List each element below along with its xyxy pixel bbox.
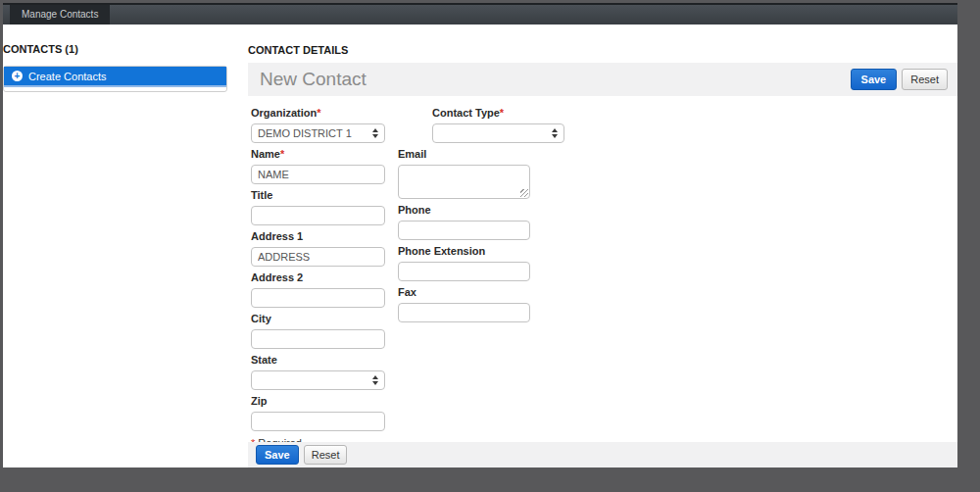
- email-group: Email: [398, 149, 530, 199]
- address-1-group: Address 1: [251, 231, 385, 267]
- sidebar-item-label: Create Contacts: [28, 71, 106, 82]
- address-2-input[interactable]: [251, 288, 385, 308]
- fax-group: Fax: [398, 287, 530, 322]
- name-input[interactable]: [251, 165, 385, 184]
- address-1-input[interactable]: [251, 247, 385, 267]
- sidebar-list: +Create Contacts: [3, 66, 227, 92]
- required-asterisk: *: [500, 107, 504, 119]
- sidebar-heading: CONTACTS (1): [3, 44, 245, 55]
- phone-extension-label: Phone Extension: [398, 246, 530, 257]
- title-group: Title: [251, 190, 385, 225]
- phone-extension-input[interactable]: [398, 262, 530, 281]
- organization-select-wrap: DEMO DISTRICT 1: [251, 123, 385, 143]
- phone-label: Phone: [398, 205, 530, 216]
- required-asterisk: *: [280, 148, 284, 160]
- fax-label: Fax: [398, 287, 530, 298]
- top-navbar: Manage Contacts: [3, 3, 957, 25]
- form-column-right: Contact Type*EmailPhonePhone ExtensionFa…: [398, 108, 530, 328]
- phone-group: Phone: [398, 205, 530, 240]
- save-button[interactable]: Save: [851, 69, 898, 90]
- organization-select[interactable]: DEMO DISTRICT 1: [251, 123, 385, 143]
- contact-type-group: Contact Type*: [432, 108, 564, 143]
- state-label: State: [251, 355, 385, 366]
- form-footer-bar: Save Reset: [248, 442, 957, 467]
- organization-group: Organization*DEMO DISTRICT 1: [251, 108, 385, 143]
- required-asterisk: *: [317, 107, 320, 119]
- contact-details-panel: CONTACT DETAILS New Contact Save Reset O…: [245, 25, 957, 467]
- app-window: Manage Contacts CONTACTS (1) +Create Con…: [3, 3, 957, 467]
- phone-extension-group: Phone Extension: [398, 246, 530, 281]
- state-select-wrap: [251, 370, 385, 390]
- name-group: Name*: [251, 149, 385, 184]
- state-select[interactable]: [251, 370, 385, 390]
- address-1-label: Address 1: [251, 231, 385, 242]
- city-group: City: [251, 314, 385, 349]
- save-button-footer[interactable]: Save: [256, 445, 299, 465]
- address-2-label: Address 2: [251, 272, 385, 283]
- organization-label: Organization*: [251, 108, 385, 119]
- title-input[interactable]: [251, 206, 385, 225]
- email-textarea-wrap: [398, 165, 530, 199]
- panel-titlebar: New Contact Save Reset: [248, 63, 957, 96]
- reset-button-footer[interactable]: Reset: [304, 445, 348, 465]
- contact-type-label: Contact Type*: [432, 108, 564, 119]
- phone-input[interactable]: [398, 221, 530, 240]
- titlebar-buttons: Save Reset: [851, 69, 948, 90]
- contact-type-select-wrap: [432, 123, 564, 143]
- plus-circle-icon: +: [12, 71, 23, 81]
- city-label: City: [251, 314, 385, 324]
- zip-group: Zip: [251, 396, 385, 431]
- city-input[interactable]: [251, 329, 385, 349]
- form-column-left: Organization*DEMO DISTRICT 1Name*TitleAd…: [251, 108, 385, 449]
- zip-label: Zip: [251, 396, 385, 407]
- reset-button[interactable]: Reset: [902, 69, 948, 90]
- title-label: Title: [251, 190, 385, 201]
- panel-title: New Contact: [260, 69, 367, 90]
- email-label: Email: [398, 149, 530, 160]
- sidebar: CONTACTS (1) +Create Contacts: [3, 25, 245, 467]
- email-textarea[interactable]: [398, 165, 530, 199]
- sidebar-item-create-contacts[interactable]: +Create Contacts: [4, 67, 226, 87]
- panel-heading: CONTACT DETAILS: [248, 45, 957, 56]
- state-group: State: [251, 355, 385, 390]
- contact-type-select[interactable]: [432, 123, 564, 143]
- zip-input[interactable]: [251, 412, 385, 431]
- name-label: Name*: [251, 149, 385, 160]
- address-2-group: Address 2: [251, 272, 385, 308]
- tab-manage-contacts[interactable]: Manage Contacts: [10, 5, 110, 25]
- fax-input[interactable]: [398, 303, 530, 322]
